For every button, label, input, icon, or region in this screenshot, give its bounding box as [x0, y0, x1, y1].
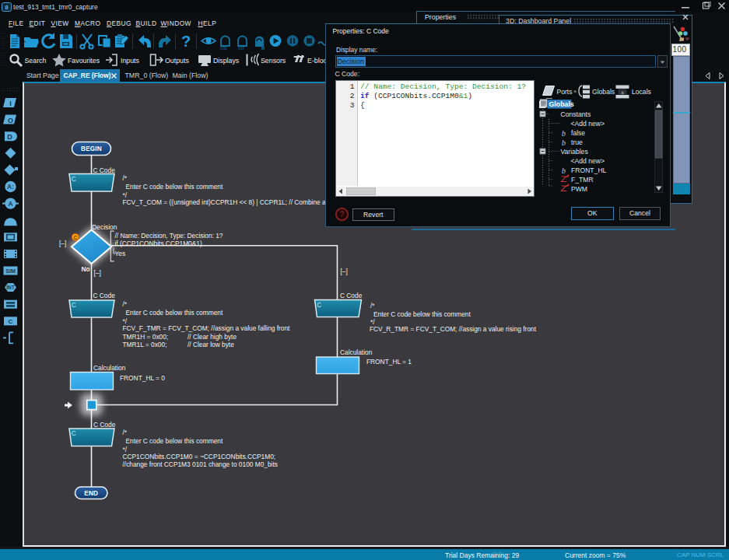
- svg-text:if (CCP1CONbits.CCP1M0&1): if (CCP1CONbits.CCP1M0&1): [115, 240, 202, 247]
- svg-text:b: b: [562, 128, 566, 137]
- svg-text:Globals: Globals: [549, 100, 574, 108]
- svg-text:// Clear high byte: // Clear high byte: [188, 333, 237, 341]
- svg-text:×: ×: [573, 88, 577, 95]
- svg-text:PWM: PWM: [571, 184, 587, 192]
- svg-text:// Name: Decision, Type: Decis: // Name: Decision, Type: Decision: 1?: [115, 232, 223, 240]
- svg-text:/*: /*: [123, 300, 128, 308]
- svg-text:b: b: [562, 166, 566, 174]
- svg-text:FRONT_HL = 1: FRONT_HL = 1: [366, 358, 412, 366]
- svg-text:[–]: [–]: [341, 268, 348, 275]
- svg-text:<Add new>: <Add new>: [571, 156, 605, 164]
- svg-text:TMR1H = 0x00;: TMR1H = 0x00;: [123, 333, 169, 341]
- svg-text:b: b: [562, 138, 566, 146]
- svg-text:[–]: [–]: [94, 269, 101, 277]
- svg-text:Enter C code below this commen: Enter C code below this comment: [126, 437, 223, 445]
- svg-text:No: No: [82, 265, 90, 273]
- svg-text:Enter C code below this commen: Enter C code below this comment: [126, 183, 223, 191]
- svg-text:<Add new>: <Add new>: [571, 119, 605, 127]
- svg-text:Variables: Variables: [561, 147, 588, 155]
- svg-text:Yes: Yes: [115, 250, 126, 257]
- svg-text:F_TMR: F_TMR: [571, 175, 594, 183]
- svg-text://change front CCP1M3 0101 cha: //change front CCP1M3 0101 change to 010…: [123, 460, 278, 468]
- svg-text:Locals: Locals: [632, 88, 651, 96]
- svg-text:Enter C code below this commen: Enter C code below this comment: [373, 310, 471, 318]
- svg-text:FCV_R_TMR = FCV_T_COM; //assig: FCV_R_TMR = FCV_T_COM; //assign a value …: [370, 325, 537, 333]
- svg-text:C Code: C Code: [93, 421, 116, 429]
- svg-text:/*: /*: [123, 174, 128, 182]
- svg-text:/*: /*: [370, 302, 375, 310]
- svg-text:FCV_F_TMR = FCV_T_COM; //assig: FCV_F_TMR = FCV_T_COM; //assign a value …: [123, 324, 291, 332]
- svg-text:true: true: [571, 138, 583, 145]
- svg-text:Globals: Globals: [592, 88, 615, 96]
- svg-text:Decision: Decision: [92, 223, 117, 231]
- svg-text:false: false: [571, 128, 585, 136]
- svg-text:C Code: C Code: [340, 292, 363, 299]
- svg-text:TMR1L = 0x00;: TMR1L = 0x00;: [123, 341, 167, 348]
- svg-text:?: ?: [339, 209, 344, 219]
- svg-text:Calculation: Calculation: [93, 364, 126, 372]
- svg-text:CCP1CONbits.CCP1M0 = ~CCP1CONb: CCP1CONbits.CCP1M0 = ~CCP1CONbits.CCP1M0…: [123, 453, 276, 460]
- svg-text:*/: */: [123, 317, 128, 325]
- svg-text:[–]: [–]: [59, 240, 66, 247]
- svg-text:Ports: Ports: [557, 88, 573, 96]
- svg-text:Enter C code below this commen: Enter C code below this comment: [126, 309, 223, 317]
- svg-text:FRONT_HL: FRONT_HL: [571, 166, 607, 173]
- svg-text:FRONT_HL = 0: FRONT_HL = 0: [120, 374, 165, 382]
- svg-text:*/: */: [123, 191, 128, 199]
- svg-text:C Code: C Code: [93, 292, 116, 299]
- svg-text:/*: /*: [123, 429, 128, 436]
- svg-text:// Clear low byte: // Clear low byte: [188, 341, 234, 348]
- svg-text:Constants: Constants: [561, 110, 591, 117]
- svg-text:Calculation: Calculation: [340, 348, 373, 356]
- svg-text:C Code: C Code: [93, 166, 116, 174]
